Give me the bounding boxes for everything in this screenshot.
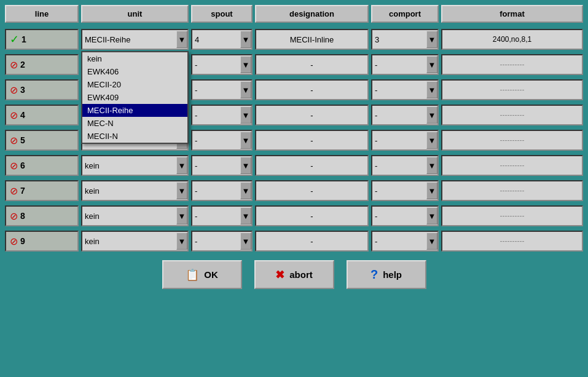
unit-select[interactable]: keinEWK406MECII-20EWK409MECII-ReiheMEC-N…: [81, 180, 189, 201]
unit-select-wrapper: keinEWK406MECII-20EWK409MECII-ReiheMEC-N…: [81, 155, 189, 176]
dropdown-item[interactable]: MECII-N: [82, 130, 187, 143]
help-button[interactable]: ? help: [347, 260, 426, 289]
spout-select[interactable]: -12345678: [191, 54, 253, 75]
row-number: 3: [20, 85, 25, 95]
designation-input[interactable]: [255, 54, 369, 75]
dropdown-item[interactable]: EWK406: [82, 65, 187, 78]
row-number: 2: [20, 60, 25, 69]
comport-select[interactable]: -1234: [371, 29, 439, 50]
comport-select-wrapper: -1234▼: [371, 231, 439, 252]
spout-select-wrapper: -12345678▼: [191, 54, 253, 75]
data-rows: ✓1keinEWK406MECII-20EWK409MECII-ReiheMEC…: [5, 28, 583, 253]
row-number: 7: [20, 186, 25, 196]
spout-select-wrapper: -12345678▼: [191, 130, 253, 151]
line-cell: ✓1: [5, 29, 79, 50]
designation-input[interactable]: [255, 155, 369, 176]
line-cell: ⊘9: [5, 231, 79, 252]
format-input[interactable]: [441, 79, 583, 100]
comport-select-wrapper: -1234▼: [371, 180, 439, 201]
format-input[interactable]: [441, 29, 583, 50]
designation-input[interactable]: [255, 105, 369, 125]
spout-select[interactable]: -12345678: [191, 79, 253, 100]
footer: 📋 OK ✖ abort ? help: [5, 260, 583, 289]
ok-icon: 📋: [186, 268, 199, 282]
row-number: 1: [22, 34, 26, 44]
designation-input[interactable]: [255, 29, 369, 50]
spout-select[interactable]: -12345678: [191, 231, 253, 252]
comport-select[interactable]: -1234: [371, 79, 439, 100]
cancel-icon: ⊘: [10, 84, 18, 96]
cancel-icon: ⊘: [10, 236, 18, 247]
ok-button[interactable]: 📋 OK: [162, 260, 242, 289]
abort-button[interactable]: ✖ abort: [254, 260, 334, 289]
header-row: line unit spout designation comport form…: [5, 5, 583, 23]
unit-select[interactable]: keinEWK406MECII-20EWK409MECII-ReiheMEC-N…: [81, 155, 189, 176]
table-row: ⊘8keinEWK406MECII-20EWK409MECII-ReiheMEC…: [5, 204, 583, 228]
comport-select[interactable]: -1234: [371, 231, 439, 252]
format-input[interactable]: [441, 54, 583, 75]
format-input[interactable]: [441, 205, 583, 226]
format-input[interactable]: [441, 180, 583, 201]
format-input[interactable]: [441, 105, 583, 125]
designation-input[interactable]: [255, 231, 369, 252]
format-input[interactable]: [441, 231, 583, 252]
line-cell: ⊘6: [5, 155, 79, 176]
row-number: 5: [20, 135, 25, 145]
comport-select[interactable]: -1234: [371, 155, 439, 176]
comport-select[interactable]: -1234: [371, 105, 439, 125]
designation-input[interactable]: [255, 79, 369, 100]
row-number: 9: [20, 236, 25, 246]
help-label: help: [383, 269, 402, 280]
unit-dropdown-overlay: keinEWK406MECII-20EWK409MECII-ReiheMEC-N…: [81, 51, 189, 144]
check-icon: ✓: [10, 33, 19, 46]
comport-select-wrapper: -1234▼: [371, 29, 439, 50]
dropdown-item[interactable]: EWK409: [82, 91, 187, 104]
cancel-icon: ⊘: [10, 59, 18, 71]
row-number: 6: [20, 161, 25, 170]
col-header-designation[interactable]: designation: [255, 5, 369, 23]
table-row: ⊘7keinEWK406MECII-20EWK409MECII-ReiheMEC…: [5, 179, 583, 202]
col-header-line[interactable]: line: [5, 5, 79, 23]
comport-select[interactable]: -1234: [371, 205, 439, 226]
line-cell: ⊘7: [5, 180, 79, 201]
unit-select[interactable]: keinEWK406MECII-20EWK409MECII-ReiheMEC-N…: [81, 231, 189, 252]
table-row: ✓1keinEWK406MECII-20EWK409MECII-ReiheMEC…: [5, 28, 583, 51]
col-header-comport[interactable]: comport: [371, 5, 439, 23]
dropdown-item[interactable]: MECII-Reihe: [82, 104, 187, 117]
designation-input[interactable]: [255, 205, 369, 226]
spout-select[interactable]: -12345678: [191, 155, 253, 176]
comport-select[interactable]: -1234: [371, 54, 439, 75]
unit-select-wrapper: keinEWK406MECII-20EWK409MECII-ReiheMEC-N…: [81, 29, 189, 50]
comport-select-wrapper: -1234▼: [371, 79, 439, 100]
col-header-spout[interactable]: spout: [191, 5, 253, 23]
unit-select[interactable]: keinEWK406MECII-20EWK409MECII-ReiheMEC-N…: [81, 29, 189, 50]
format-input[interactable]: [441, 155, 583, 176]
help-icon: ?: [370, 268, 378, 282]
spout-select[interactable]: -12345678: [191, 130, 253, 151]
spout-select-wrapper: -12345678▼: [191, 79, 253, 100]
cancel-icon: ⊘: [10, 210, 18, 222]
unit-select[interactable]: keinEWK406MECII-20EWK409MECII-ReiheMEC-N…: [81, 205, 189, 226]
line-cell: ⊘2: [5, 54, 79, 75]
designation-input[interactable]: [255, 130, 369, 151]
spout-select[interactable]: -12345678: [191, 105, 253, 125]
col-header-unit[interactable]: unit: [81, 5, 189, 23]
comport-select[interactable]: -1234: [371, 180, 439, 201]
dropdown-item[interactable]: MECII-20: [82, 78, 187, 91]
dropdown-item[interactable]: MEC-N: [82, 117, 187, 130]
comport-select-wrapper: -1234▼: [371, 155, 439, 176]
main-container: line unit spout designation comport form…: [0, 0, 588, 377]
col-header-format[interactable]: format: [441, 5, 583, 23]
spout-select[interactable]: -12345678: [191, 205, 253, 226]
designation-input[interactable]: [255, 180, 369, 201]
spout-select[interactable]: -12345678: [191, 29, 253, 50]
dropdown-item[interactable]: kein: [82, 52, 187, 65]
row-number: 8: [20, 211, 25, 221]
comport-select[interactable]: -1234: [371, 130, 439, 151]
table-row: ⊘6keinEWK406MECII-20EWK409MECII-ReiheMEC…: [5, 154, 583, 177]
cancel-icon: ⊘: [10, 135, 18, 146]
spout-select-wrapper: -12345678▼: [191, 29, 253, 50]
format-input[interactable]: [441, 130, 583, 151]
spout-select[interactable]: -12345678: [191, 180, 253, 201]
ok-label: OK: [204, 269, 218, 280]
